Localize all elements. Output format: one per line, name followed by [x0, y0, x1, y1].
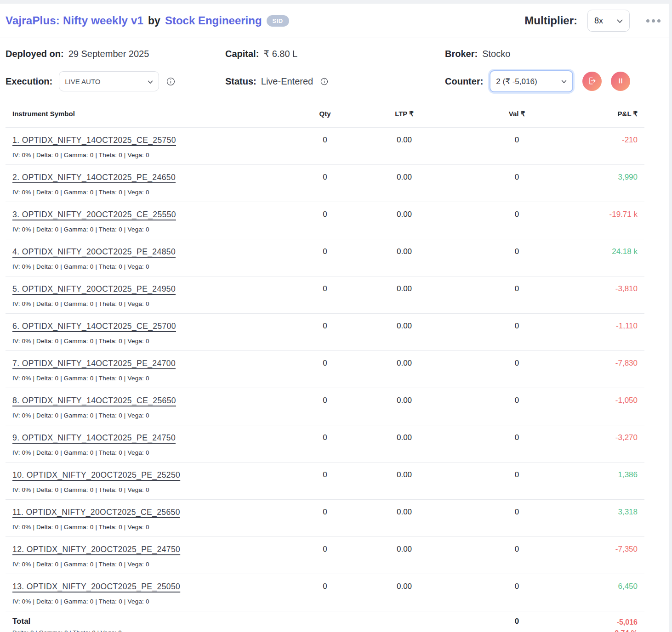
- broker: Broker: Stocko: [445, 49, 663, 59]
- instrument-symbol-link[interactable]: 5. OPTIDX_NIFTY_20OCT2025_PE_24950: [12, 284, 176, 293]
- ltp-value: 0.00: [350, 433, 458, 442]
- execution: Execution: LIVE AUTO: [6, 71, 225, 91]
- pnl-value: -3,810: [575, 284, 644, 293]
- chevron-down-icon: [148, 78, 153, 85]
- greeks-line: IV: 0% | Delta: 0 | Gamma: 0 | Theta: 0 …: [12, 338, 300, 344]
- instrument-symbol-link[interactable]: 8. OPTIDX_NIFTY_14OCT2025_CE_25650: [12, 396, 176, 405]
- title-group: VajraPlus: Nifty weekly v1 by Stock Engi…: [6, 14, 289, 27]
- header-ltp: LTP ₹: [350, 110, 458, 118]
- deployed-label: Deployed on:: [6, 49, 64, 59]
- instrument-symbol-link[interactable]: 12. OPTIDX_NIFTY_20OCT2025_PE_24750: [12, 545, 180, 554]
- pause-button[interactable]: [611, 72, 630, 91]
- qty-value: 0: [300, 545, 350, 554]
- instrument-symbol-link[interactable]: 3. OPTIDX_NIFTY_20OCT2025_CE_25550: [12, 210, 176, 219]
- instrument-symbol-link[interactable]: 2. OPTIDX_NIFTY_14OCT2025_PE_24650: [12, 173, 176, 182]
- instrument-symbol-link[interactable]: 7. OPTIDX_NIFTY_14OCT2025_PE_24700: [12, 359, 176, 368]
- topbar-right: Multiplier: 8x: [524, 10, 661, 32]
- qty-value: 0: [300, 284, 350, 293]
- pnl-value: -19.71 k: [575, 210, 644, 219]
- total-label: Total: [12, 617, 300, 626]
- val-value: 0: [458, 284, 575, 293]
- status-value: Live-Entered: [261, 76, 313, 87]
- total-val: 0: [458, 617, 575, 626]
- greeks-line: IV: 0% | Delta: 0 | Gamma: 0 | Theta: 0 …: [12, 189, 300, 196]
- counter-select[interactable]: 2 (₹ -5,016): [490, 70, 573, 92]
- ltp-value: 0.00: [350, 135, 458, 145]
- total-pnl: -5,016: [575, 617, 638, 628]
- instrument-symbol-link[interactable]: 11. OPTIDX_NIFTY_20OCT2025_CE_25650: [12, 508, 180, 517]
- header-val: Val ₹: [458, 110, 575, 118]
- greeks-line: IV: 0% | Delta: 0 | Gamma: 0 | Theta: 0 …: [12, 152, 300, 158]
- qty-value: 0: [300, 396, 350, 405]
- val-value: 0: [458, 396, 575, 405]
- ltp-value: 0.00: [350, 210, 458, 219]
- header-pnl: P&L ₹: [575, 110, 644, 118]
- greeks-line: IV: 0% | Delta: 0 | Gamma: 0 | Theta: 0 …: [12, 412, 300, 419]
- val-value: 0: [458, 545, 575, 554]
- table-body: 1. OPTIDX_NIFTY_14OCT2025_CE_25750 IV: 0…: [6, 128, 644, 611]
- pnl-value: -1,050: [575, 396, 644, 405]
- total-greeks-line: Delta: 0 | Gamma: 0 | Theta: 0 | Vega: 0: [12, 629, 300, 632]
- exit-icon: [587, 76, 597, 87]
- strategy-author-link[interactable]: Stock Engineering: [165, 14, 262, 27]
- val-value: 0: [458, 433, 575, 442]
- multiplier-select-value: 8x: [594, 16, 603, 26]
- val-value: 0: [458, 247, 575, 256]
- exit-trade-button[interactable]: [582, 72, 602, 91]
- ltp-value: 0.00: [350, 359, 458, 368]
- greeks-line: IV: 0% | Delta: 0 | Gamma: 0 | Theta: 0 …: [12, 263, 300, 270]
- greeks-line: IV: 0% | Delta: 0 | Gamma: 0 | Theta: 0 …: [12, 449, 300, 456]
- qty-value: 0: [300, 135, 350, 145]
- status-info-icon[interactable]: [320, 78, 328, 85]
- positions-table: Instrument Symbol Qty LTP ₹ Val ₹ P&L ₹ …: [6, 103, 644, 632]
- counter-label: Counter:: [445, 76, 483, 87]
- pnl-value: 3,990: [575, 173, 644, 182]
- qty-value: 0: [300, 247, 350, 256]
- ltp-value: 0.00: [350, 173, 458, 182]
- multiplier-select[interactable]: 8x: [587, 10, 630, 32]
- pnl-value: 1,386: [575, 470, 644, 480]
- table-row: 4. OPTIDX_NIFTY_20OCT2025_PE_24850 IV: 0…: [6, 239, 644, 276]
- more-menu-icon[interactable]: [646, 19, 661, 23]
- pnl-value: -7,830: [575, 359, 644, 368]
- execution-label: Execution:: [6, 76, 52, 87]
- val-value: 0: [458, 135, 575, 145]
- sid-badge: SID: [267, 15, 289, 27]
- pnl-value: -3,270: [575, 433, 644, 442]
- header-instrument-symbol: Instrument Symbol: [6, 110, 300, 118]
- instrument-symbol-link[interactable]: 9. OPTIDX_NIFTY_14OCT2025_PE_24750: [12, 433, 176, 442]
- status-label: Status:: [225, 76, 256, 87]
- table-row: 7. OPTIDX_NIFTY_14OCT2025_PE_24700 IV: 0…: [6, 351, 644, 388]
- qty-value: 0: [300, 322, 350, 331]
- table-header-row: Instrument Symbol Qty LTP ₹ Val ₹ P&L ₹: [6, 103, 644, 128]
- execution-info-icon[interactable]: [166, 77, 175, 86]
- instrument-symbol-link[interactable]: 1. OPTIDX_NIFTY_14OCT2025_CE_25750: [12, 135, 176, 145]
- val-value: 0: [458, 322, 575, 331]
- status: Status: Live-Entered: [225, 76, 445, 87]
- greeks-line: IV: 0% | Delta: 0 | Gamma: 0 | Theta: 0 …: [12, 524, 300, 530]
- table-row: 13. OPTIDX_NIFTY_20OCT2025_PE_25050 IV: …: [6, 574, 644, 611]
- pnl-value: -210: [575, 135, 644, 145]
- greeks-line: IV: 0% | Delta: 0 | Gamma: 0 | Theta: 0 …: [12, 598, 300, 605]
- table-row: 3. OPTIDX_NIFTY_20OCT2025_CE_25550 IV: 0…: [6, 202, 644, 239]
- broker-label: Broker:: [445, 49, 478, 59]
- instrument-symbol-link[interactable]: 13. OPTIDX_NIFTY_20OCT2025_PE_25050: [12, 582, 180, 591]
- greeks-line: IV: 0% | Delta: 0 | Gamma: 0 | Theta: 0 …: [12, 561, 300, 568]
- ltp-value: 0.00: [350, 247, 458, 256]
- instrument-symbol-link[interactable]: 6. OPTIDX_NIFTY_14OCT2025_CE_25700: [12, 322, 176, 331]
- pause-icon: [617, 78, 624, 85]
- val-value: 0: [458, 582, 575, 591]
- multiplier-label: Multiplier:: [524, 14, 577, 27]
- instrument-symbol-link[interactable]: 10. OPTIDX_NIFTY_20OCT2025_PE_25250: [12, 470, 180, 480]
- header-qty: Qty: [300, 110, 350, 118]
- chevron-down-icon: [617, 16, 623, 26]
- pnl-value: 24.18 k: [575, 247, 644, 256]
- total-row: Total Delta: 0 | Gamma: 0 | Theta: 0 | V…: [6, 611, 644, 632]
- instrument-symbol-link[interactable]: 4. OPTIDX_NIFTY_20OCT2025_PE_24850: [12, 247, 176, 256]
- execution-select[interactable]: LIVE AUTO: [59, 71, 159, 91]
- table-row: 6. OPTIDX_NIFTY_14OCT2025_CE_25700 IV: 0…: [6, 314, 644, 351]
- strategy-title-link[interactable]: VajraPlus: Nifty weekly v1: [6, 14, 143, 27]
- greeks-line: IV: 0% | Delta: 0 | Gamma: 0 | Theta: 0 …: [12, 375, 300, 382]
- deployed-value: 29 September 2025: [68, 49, 149, 59]
- table-row: 8. OPTIDX_NIFTY_14OCT2025_CE_25650 IV: 0…: [6, 388, 644, 425]
